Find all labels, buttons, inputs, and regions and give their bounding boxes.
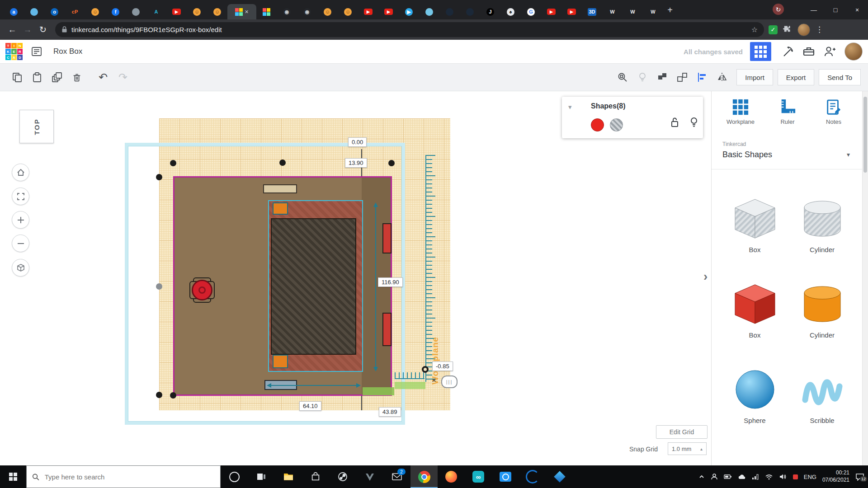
tab-telegram[interactable]: ▶: [399, 4, 419, 19]
ruler-close-icon[interactable]: ×: [429, 376, 439, 385]
tab-youtube-2[interactable]: ▶: [358, 4, 378, 19]
tab-emoji-4[interactable]: ☺: [317, 4, 338, 19]
tab-disc-2[interactable]: ◉: [297, 4, 317, 19]
browser-profile-avatar[interactable]: [797, 23, 810, 36]
tab-mosaic-app[interactable]: [256, 4, 277, 19]
diamond-app-icon[interactable]: [546, 465, 573, 488]
handle-dot-mid[interactable]: [156, 283, 162, 290]
tab-youtube-1[interactable]: ▶: [166, 4, 187, 19]
file-explorer-icon[interactable]: [275, 465, 302, 488]
maximize-button[interactable]: □: [825, 0, 846, 19]
tab-youtube-4[interactable]: ▶: [541, 4, 561, 19]
shape-card-cylinder-orange[interactable]: Cylinder: [789, 283, 855, 339]
tab-emoji-2[interactable]: ☺: [187, 4, 207, 19]
steam-icon[interactable]: [329, 465, 356, 488]
close-tab-icon[interactable]: ×: [245, 8, 248, 15]
shape-card-scribble[interactable]: Scribble: [789, 368, 855, 424]
tab-letter-a-app[interactable]: A: [146, 4, 166, 19]
dashboard-grid-button[interactable]: [750, 42, 771, 61]
tab-wikipedia-3[interactable]: W: [643, 4, 663, 19]
tab-lightblue-2[interactable]: [419, 4, 439, 19]
mail-icon[interactable]: 2: [383, 465, 410, 488]
material-swatch[interactable]: [610, 118, 623, 131]
tab-lightblue-app[interactable]: [24, 4, 44, 19]
tab-outlook[interactable]: o: [44, 4, 65, 19]
ungroup-icon[interactable]: [672, 68, 692, 86]
tab-tinkercad-active[interactable]: ×: [227, 4, 256, 19]
measurement-bottom-right[interactable]: 43.89: [379, 407, 401, 417]
wifi-icon[interactable]: [765, 474, 773, 480]
tab-3d[interactable]: 3D: [582, 4, 602, 19]
shape-card-box-striped[interactable]: Box: [722, 197, 788, 253]
reload-button[interactable]: ↻: [35, 22, 51, 38]
tab-emoji-5[interactable]: ☺: [338, 4, 358, 19]
shape-dark-cavity[interactable]: [271, 218, 356, 355]
taskbar-clock[interactable]: 00:21 07/06/2021: [822, 469, 849, 483]
start-button[interactable]: [0, 465, 26, 488]
edit-grid-button[interactable]: Edit Grid: [656, 425, 708, 439]
bookmark-star-icon[interactable]: ☆: [751, 25, 758, 34]
snap-grid-select[interactable]: 1.0 mm ▴: [668, 442, 707, 455]
handle-dot-3[interactable]: [279, 160, 286, 166]
shape-card-cylinder-striped[interactable]: Cylinder: [789, 197, 855, 253]
visibility-bulb-icon[interactable]: [689, 117, 699, 130]
vertical-dimension-arrow[interactable]: [372, 202, 380, 372]
export-button[interactable]: Export: [778, 69, 814, 85]
tab-facebook[interactable]: f: [105, 4, 126, 19]
sidebar-tab-notes[interactable]: Notes: [810, 99, 857, 125]
tab-google[interactable]: G: [521, 4, 541, 19]
ruler-origin-handle[interactable]: [422, 366, 429, 373]
onedrive-cloud-icon[interactable]: [738, 474, 746, 480]
measurement-ruler-offset[interactable]: -0.85: [432, 361, 453, 371]
zoom-out-button[interactable]: [12, 235, 29, 252]
zoom-in-button[interactable]: [12, 211, 29, 229]
red-app-tray-icon[interactable]: [793, 474, 798, 479]
url-bar[interactable]: tinkercad.com/things/9FBOR1eSGpR-rox-box…: [55, 22, 764, 37]
flip-mirror-icon[interactable]: [712, 68, 732, 86]
cortana-icon[interactable]: [221, 465, 248, 488]
tab-emoji-3[interactable]: ☺: [207, 4, 227, 19]
tab-steam-1[interactable]: [439, 4, 460, 19]
tab-wikipedia-1[interactable]: W: [602, 4, 623, 19]
shape-card-box-red[interactable]: Box: [722, 283, 788, 339]
tray-expand-icon[interactable]: [698, 474, 705, 480]
tab-disc-1[interactable]: ◉: [277, 4, 297, 19]
firefox-icon[interactable]: [438, 465, 465, 488]
handle-dot-1[interactable]: [156, 174, 162, 180]
shape-orange-block-top[interactable]: [273, 202, 288, 215]
fit-view-button[interactable]: [12, 188, 29, 205]
duplicate-icon[interactable]: [47, 68, 67, 86]
3d-viewport[interactable]: Workplane × ||| 0.00 13.90 116.90 64.10 …: [0, 91, 712, 465]
inspector-collapse-icon[interactable]: ▾: [568, 103, 572, 111]
handle-dot-2[interactable]: [170, 160, 176, 166]
browser-update-icon[interactable]: ↻: [773, 4, 784, 15]
people-icon[interactable]: [711, 473, 718, 480]
new-tab-button[interactable]: +: [662, 2, 678, 18]
shape-red-side-block-top[interactable]: [382, 223, 392, 253]
inspect-zoom-icon[interactable]: [613, 68, 632, 86]
close-window-button[interactable]: ×: [846, 0, 868, 19]
shape-top-slot[interactable]: [263, 184, 297, 193]
sidebar-tab-ruler[interactable]: Ruler: [764, 99, 811, 125]
puzzle-extensions-icon[interactable]: [783, 25, 792, 34]
perspective-toggle-button[interactable]: [12, 259, 29, 277]
shape-red-cylinder[interactable]: [192, 280, 212, 300]
forward-button[interactable]: →: [20, 22, 35, 38]
add-user-icon[interactable]: [819, 42, 840, 61]
camera-icon[interactable]: [492, 465, 519, 488]
copy-icon[interactable]: [7, 68, 27, 86]
checkmark-extension-icon[interactable]: ✓: [769, 25, 778, 34]
signal-icon[interactable]: [752, 474, 759, 480]
tab-youtube-3[interactable]: ▶: [378, 4, 399, 19]
shape-card-sphere[interactable]: Sphere: [722, 368, 788, 424]
user-avatar[interactable]: [844, 42, 863, 61]
tab-blue-app[interactable]: a: [4, 4, 24, 19]
search-input[interactable]: [44, 473, 215, 481]
paste-icon[interactable]: [27, 68, 47, 86]
home-view-button[interactable]: [12, 164, 29, 181]
tab-spade-app[interactable]: ♠: [500, 4, 521, 19]
back-button[interactable]: ←: [5, 22, 20, 38]
shape-red-side-block-bottom[interactable]: [382, 313, 392, 346]
import-button[interactable]: Import: [736, 69, 773, 85]
chrome-icon[interactable]: [410, 465, 438, 488]
